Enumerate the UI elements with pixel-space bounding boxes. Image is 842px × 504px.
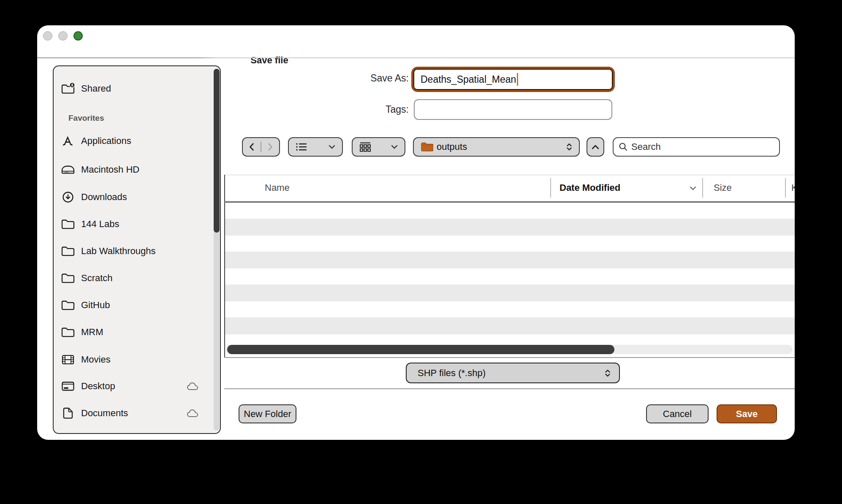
finder-sidebar: Shared Favorites Applications Macintosh …	[53, 65, 221, 434]
forward-button[interactable]	[261, 143, 279, 151]
back-button[interactable]	[243, 143, 261, 151]
file-format-value: SHP files (*.shp)	[418, 368, 605, 379]
sidebar-item-label: Macintosh HD	[81, 164, 139, 175]
sidebar-item-movies[interactable]: Movies	[57, 350, 209, 370]
sidebar-item-label: Lab Walkthroughs	[81, 246, 156, 257]
zoom-window-button[interactable]	[73, 31, 83, 41]
sidebar-item-label: Downloads	[81, 192, 127, 203]
cancel-button[interactable]: Cancel	[646, 404, 709, 423]
chevron-down-icon	[329, 145, 335, 149]
text-caret	[517, 73, 518, 86]
sidebar-item-label: Documents	[81, 408, 128, 419]
sidebar-item-mrm[interactable]: MRM	[57, 322, 209, 342]
save-dialog-window: Save file Shared Favorites Applications …	[37, 25, 795, 440]
stepper-icon	[566, 143, 572, 151]
sidebar-item-github[interactable]: GitHub	[57, 295, 209, 315]
sidebar-item-label: GitHub	[81, 300, 110, 311]
header-top-border	[224, 175, 795, 175]
search-input[interactable]: Search	[613, 137, 780, 157]
dialog-title: Save file	[198, 55, 341, 66]
list-bottom-separator	[224, 357, 795, 358]
sidebar-item-documents[interactable]: Documents	[57, 403, 209, 423]
sidebar-item-applications[interactable]: Applications	[57, 131, 209, 151]
hard-drive-icon	[60, 163, 76, 177]
save-as-value: Deaths_Spatial_Mean	[421, 74, 516, 85]
sidebar-item-label: MRM	[81, 327, 103, 338]
tags-label: Tags:	[307, 104, 409, 116]
column-separator[interactable]	[702, 178, 703, 198]
view-mode-list-button[interactable]	[288, 137, 343, 157]
footer-separator	[224, 388, 795, 389]
sidebar-scrollbar-thumb[interactable]	[214, 69, 220, 233]
folder-icon	[60, 217, 76, 231]
new-folder-button[interactable]: New Folder	[239, 404, 296, 423]
search-icon	[619, 142, 628, 152]
folder-icon	[60, 244, 76, 258]
sidebar-item-label: Movies	[81, 354, 111, 365]
chevron-up-icon	[592, 145, 599, 149]
sidebar-item-label: Applications	[81, 135, 131, 146]
location-select[interactable]: outputs	[413, 137, 580, 157]
desktop-icon	[60, 379, 76, 393]
document-icon	[60, 406, 76, 420]
icloud-icon	[186, 381, 200, 392]
back-forward-control	[242, 137, 280, 157]
sort-chevron-down-icon	[690, 186, 696, 190]
list-view-icon	[296, 142, 307, 152]
column-header-name[interactable]: Name	[265, 182, 290, 194]
chevron-left-icon	[249, 143, 255, 151]
shared-folder-icon	[60, 81, 76, 96]
sidebar-item-downloads[interactable]: Downloads	[57, 187, 209, 207]
save-as-focus-ring: Deaths_Spatial_Mean	[411, 67, 615, 92]
film-icon	[60, 352, 76, 367]
chevron-down-icon	[391, 145, 398, 149]
column-separator[interactable]	[550, 178, 551, 198]
sidebar-item-desktop[interactable]: Desktop	[57, 376, 209, 396]
icloud-icon	[186, 408, 200, 419]
search-placeholder: Search	[631, 141, 661, 152]
folder-icon	[60, 325, 76, 339]
minimize-window-button[interactable]	[58, 31, 68, 41]
folder-icon	[60, 298, 76, 312]
save-as-input[interactable]: Deaths_Spatial_Mean	[413, 69, 613, 90]
column-header-date-modified[interactable]: Date Modified	[560, 182, 620, 194]
save-button[interactable]: Save	[717, 404, 777, 423]
folder-icon	[60, 271, 76, 285]
sidebar-item-scratch[interactable]: Scratch	[57, 268, 209, 288]
stepper-icon	[605, 369, 611, 377]
sidebar-item-144-labs[interactable]: 144 Labs	[57, 214, 209, 234]
sidebar-section-favorites: Favorites	[68, 114, 104, 126]
sidebar-item-macintosh-hd[interactable]: Macintosh HD	[57, 160, 209, 180]
group-view-icon	[359, 142, 371, 152]
file-list-area	[225, 203, 795, 338]
chevron-right-icon	[267, 143, 273, 151]
location-value: outputs	[437, 141, 467, 152]
tags-input[interactable]	[414, 99, 612, 120]
sidebar-item-label: 144 Labs	[81, 219, 120, 230]
column-header-kind[interactable]: Kind	[791, 182, 795, 194]
app-store-icon	[60, 134, 76, 148]
orange-folder-icon	[421, 142, 433, 152]
save-as-label: Save As:	[307, 73, 409, 84]
up-directory-button[interactable]	[587, 137, 604, 157]
group-by-button[interactable]	[352, 137, 405, 157]
column-separator[interactable]	[785, 178, 786, 198]
screen-background: Save file Shared Favorites Applications …	[0, 0, 842, 504]
download-circle-icon	[60, 190, 76, 204]
sidebar-item-label: Scratch	[81, 273, 113, 284]
sidebar-item-shared[interactable]: Shared	[57, 79, 209, 99]
sidebar-item-lab-walkthroughs[interactable]: Lab Walkthroughs	[57, 241, 209, 261]
sidebar-item-label: Desktop	[81, 381, 115, 392]
file-format-select[interactable]: SHP files (*.shp)	[406, 363, 620, 383]
titlebar-divider	[37, 57, 795, 58]
sidebar-item-label: Shared	[81, 83, 111, 94]
horizontal-scrollbar-thumb[interactable]	[227, 345, 614, 354]
column-header-size[interactable]: Size	[714, 182, 732, 194]
close-window-button[interactable]	[43, 31, 52, 41]
